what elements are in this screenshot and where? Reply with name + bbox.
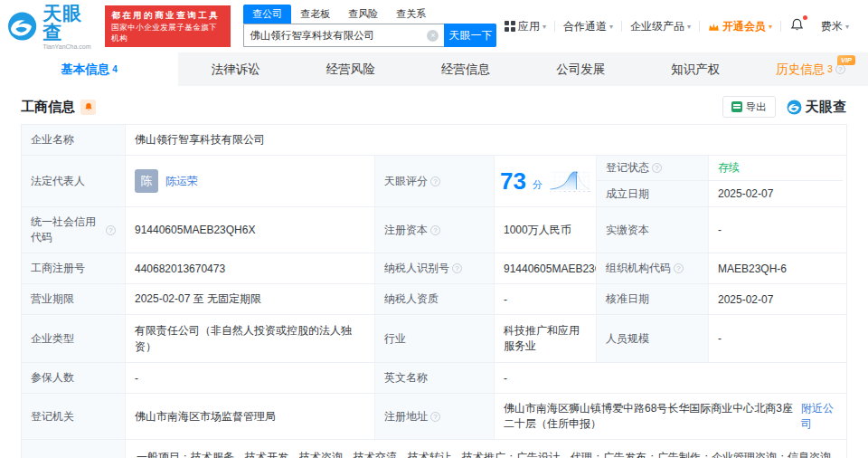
monitor-bell-badge[interactable] — [80, 100, 96, 115]
nav-open-vip[interactable]: 开通会员▾ — [700, 19, 780, 34]
field-label: 工商注册号 — [22, 253, 125, 283]
help-icon[interactable]: ? — [106, 225, 116, 235]
logo-brand-text: 天眼查 — [42, 4, 98, 42]
svg-text:90: 90 — [583, 190, 585, 192]
english-name-value: - — [494, 363, 843, 393]
avatar[interactable]: 陈 — [135, 169, 158, 193]
notification-bell[interactable] — [781, 18, 813, 34]
legal-rep-value: 陈 陈运荣 — [125, 156, 374, 206]
clear-icon[interactable]: × — [427, 30, 439, 42]
table-row: 企业名称 佛山领行智享科技有限公司 — [22, 125, 846, 156]
search-button[interactable]: 天眼一下 — [444, 24, 496, 47]
chevron-down-icon: ▾ — [845, 23, 849, 31]
table-row: 法定代表人 陈 陈运荣 登记状态? 存续 天眼评分? 73分 — [22, 156, 846, 207]
field-label: 参保人数 — [22, 363, 125, 393]
search-input[interactable] — [244, 24, 427, 46]
slogan-line2: 国家中小企业发展子基金旗下机构 — [111, 22, 224, 44]
reg-number-value: 440682013670473 — [125, 253, 374, 283]
insured-value: - — [125, 363, 374, 393]
tab-business-info[interactable]: 经营信息 — [408, 52, 523, 86]
score-number: 73 — [500, 169, 526, 193]
field-label: 注册资本? — [374, 207, 494, 253]
help-icon[interactable]: ? — [430, 412, 440, 422]
taxpayer-qual-value: - — [494, 284, 596, 314]
help-icon[interactable]: ? — [452, 263, 462, 273]
chevron-down-icon: ▾ — [687, 23, 691, 31]
logo-domain-text: TianYanCha.com — [42, 43, 98, 50]
table-row: 统一社会信用代码? 91440605MAEB23QH6X 注册资本? 1000万… — [22, 207, 846, 253]
company-name-value: 佛山领行智享科技有限公司 — [125, 125, 843, 155]
industry-value: 科技推广和应用服务业 — [494, 315, 596, 362]
search-tabs: 查公司 查老板 查风险 查关系 — [243, 5, 496, 24]
apps-grid-icon — [505, 21, 515, 32]
help-icon[interactable]: ? — [674, 263, 684, 273]
tab-operating-risk[interactable]: 经营风险 — [293, 52, 408, 86]
field-label: 人员规模 — [596, 315, 708, 362]
tab-history-info[interactable]: VIP 历史信息3 ? — [753, 52, 868, 86]
nav-enterprise-products[interactable]: 企业级产品▾ — [622, 19, 699, 34]
tab-legal-proceedings[interactable]: 法律诉讼 — [178, 52, 293, 86]
field-label: 天眼评分? — [374, 156, 494, 206]
tianyancha-logo-icon — [787, 100, 802, 115]
score-distribution-chart: 0 1 5 10 30 50 70 90 100 — [549, 157, 590, 205]
approval-date-value: 2025-02-07 — [708, 284, 843, 314]
watermark-logo: 天眼查 — [787, 99, 848, 116]
svg-text:50: 50 — [573, 190, 575, 192]
field-label: 纳税人识别号? — [374, 253, 494, 283]
svg-text:100: 100 — [588, 190, 590, 192]
help-icon[interactable]: ? — [430, 177, 440, 186]
search-box: × 天眼一下 — [243, 24, 496, 47]
bell-icon — [790, 18, 804, 32]
slogan-line1: 都在用的商业查询工具 — [111, 9, 224, 22]
nav-user[interactable]: 费米▾ — [813, 19, 857, 34]
table-row: 工商注册号 440682013670473 纳税人识别号? 91440605MA… — [22, 253, 846, 284]
search-tab-boss[interactable]: 查老板 — [291, 5, 339, 24]
table-row: 参保人数 - 英文名称 - — [22, 363, 846, 394]
field-label: 企业类型 — [22, 315, 125, 362]
field-label: 经营范围? — [22, 440, 125, 458]
vip-badge: VIP — [837, 55, 855, 65]
score-unit: 分 — [533, 178, 542, 192]
tianyan-score-value: 73分 — [494, 156, 596, 206]
field-label: 行业 — [374, 315, 494, 362]
export-button[interactable]: 导出 — [722, 96, 776, 118]
table-row: 经营范围? 一般项目：技术服务、技术开发、技术咨询、技术交流、技术转让、技术推广… — [22, 440, 846, 458]
section-header: 工商信息 导出 天眼查 — [21, 96, 847, 118]
help-icon[interactable]: ? — [835, 64, 845, 74]
search-tab-relation[interactable]: 查关系 — [387, 5, 435, 24]
reg-capital-value: 1000万人民币 — [494, 207, 596, 253]
chevron-down-icon: ▾ — [769, 23, 772, 31]
svg-text:70: 70 — [579, 190, 580, 192]
reg-status-value: 存续 — [708, 156, 843, 181]
svg-text:10: 10 — [563, 190, 565, 192]
nav-cooperation[interactable]: 合作通道▾ — [555, 19, 621, 34]
nearby-companies-link[interactable]: 附近公司 — [801, 401, 834, 432]
help-icon[interactable]: ? — [430, 225, 440, 235]
company-tab-bar: 基本信息4 法律诉讼 经营风险 经营信息 公司发展 知识产权 VIP 历史信息3… — [0, 52, 868, 86]
search-area: 查公司 查老板 查风险 查关系 × 天眼一下 — [243, 5, 496, 47]
address-value: 佛山市南海区狮山镇博爱中路68号长华国际商业中心北商3座二十层（住所申报） 附近… — [494, 394, 843, 439]
nav-apps[interactable]: 应用▾ — [496, 19, 554, 34]
company-type-value: 有限责任公司（非自然人投资或控股的法人独资） — [125, 315, 374, 362]
section-title: 工商信息 — [21, 99, 75, 116]
field-label: 企业名称 — [22, 125, 125, 155]
reg-authority-value: 佛山市南海区市场监督管理局 — [125, 394, 374, 439]
tab-company-development[interactable]: 公司发展 — [524, 52, 638, 86]
tab-basic-info[interactable]: 基本信息4 — [0, 52, 178, 86]
search-tab-risk[interactable]: 查风险 — [339, 5, 387, 24]
field-label: 成立日期 — [596, 181, 708, 206]
tab-intellectual-property[interactable]: 知识产权 — [638, 52, 753, 86]
paid-capital-value: - — [708, 207, 843, 253]
tianyancha-logo[interactable]: 天眼查 TianYanCha.com — [7, 4, 98, 50]
field-label: 法定代表人 — [22, 156, 125, 206]
table-row: 登记机关 佛山市南海区市场监督管理局 注册地址? 佛山市南海区狮山镇博爱中路68… — [22, 394, 846, 440]
table-row: 企业类型 有限责任公司（非自然人投资或控股的法人独资） 行业 科技推广和应用服务… — [22, 315, 846, 363]
search-tab-company[interactable]: 查公司 — [243, 5, 291, 24]
legal-rep-link[interactable]: 陈运荣 — [165, 174, 198, 189]
term-value: 2025-02-07 至 无固定期限 — [125, 284, 374, 314]
top-nav: 应用▾ 合作通道▾ 企业级产品▾ 开通会员▾ 费米▾ — [496, 18, 857, 34]
help-icon[interactable]: ? — [652, 163, 662, 173]
field-label: 核准日期 — [596, 284, 708, 314]
chevron-down-icon: ▾ — [542, 23, 546, 31]
business-info-table: 企业名称 佛山领行智享科技有限公司 法定代表人 陈 陈运荣 登记状态? 存续 天… — [21, 124, 847, 458]
